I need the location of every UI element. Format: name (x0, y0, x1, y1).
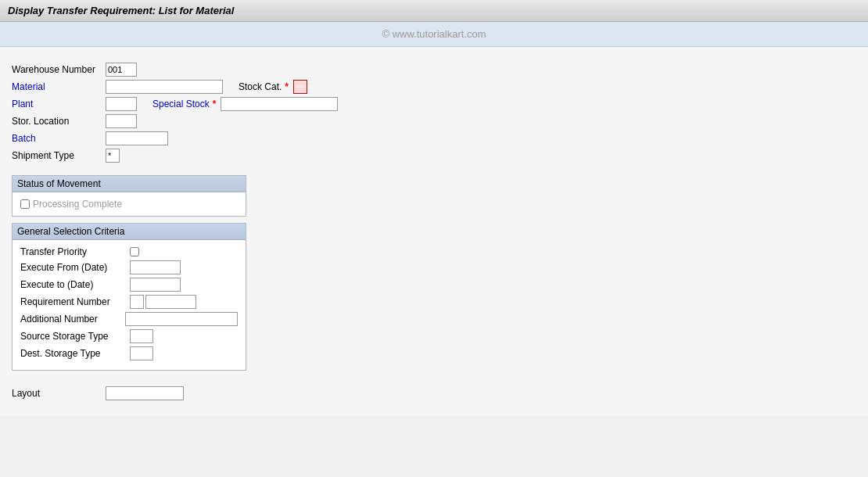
additional-number-row: Additional Number (20, 312, 238, 326)
special-stock-required: * (213, 99, 217, 109)
watermark-text: © www.tutorialkart.com (382, 28, 486, 40)
processing-complete-row: Processing Complete (20, 199, 238, 210)
general-selection-header: General Selection Criteria (13, 224, 246, 240)
dest-storage-type-row: Dest. Storage Type (20, 346, 238, 360)
requirement-number-label: Requirement Number (20, 296, 130, 307)
material-input[interactable] (106, 80, 223, 94)
additional-number-label: Additional Number (20, 314, 125, 325)
shipment-type-row: Shipment Type (12, 149, 856, 163)
watermark-bar: © www.tutorialkart.com (0, 22, 868, 47)
execute-from-input[interactable] (130, 260, 181, 274)
execute-to-row: Execute to (Date) (20, 278, 238, 292)
special-stock-label[interactable]: Special Stock (152, 99, 210, 109)
warehouse-number-label: Warehouse Number (12, 64, 106, 75)
status-of-movement-body: Processing Complete (13, 192, 246, 216)
layout-label: Layout (12, 388, 106, 399)
material-label[interactable]: Material (12, 81, 106, 92)
material-row: Material Stock Cat. * (12, 80, 856, 94)
stor-location-input[interactable] (106, 114, 137, 128)
batch-row: Batch (12, 131, 856, 145)
source-storage-type-label: Source Storage Type (20, 331, 130, 342)
batch-label[interactable]: Batch (12, 133, 106, 144)
execute-to-input[interactable] (130, 278, 181, 292)
plant-label[interactable]: Plant (12, 99, 106, 109)
plant-row: Plant Special Stock * (12, 97, 856, 111)
general-selection-section: General Selection Criteria Transfer Prio… (12, 223, 246, 371)
source-storage-type-input[interactable] (130, 329, 153, 343)
stock-cat-input[interactable] (293, 80, 307, 94)
stock-cat-required: * (285, 81, 289, 92)
processing-complete-checkbox[interactable] (20, 199, 30, 209)
warehouse-number-input[interactable] (106, 63, 137, 77)
dest-storage-type-label: Dest. Storage Type (20, 348, 130, 359)
execute-from-label: Execute From (Date) (20, 262, 130, 273)
source-storage-type-row: Source Storage Type (20, 329, 238, 343)
shipment-type-label: Shipment Type (12, 150, 106, 161)
title-bar: Display Transfer Requirement: List for M… (0, 0, 868, 22)
status-of-movement-section: Status of Movement Processing Complete (12, 175, 246, 217)
layout-input[interactable] (106, 386, 184, 400)
special-stock-input[interactable] (221, 97, 338, 111)
transfer-priority-label: Transfer Priority (20, 246, 130, 257)
processing-complete-label: Processing Complete (33, 199, 122, 210)
transfer-priority-checkbox[interactable] (130, 247, 139, 256)
requirement-number-input2[interactable] (145, 295, 196, 309)
layout-row: Layout (12, 386, 856, 400)
shipment-type-input[interactable] (106, 149, 120, 163)
transfer-priority-row: Transfer Priority (20, 246, 238, 257)
stor-location-label: Stor. Location (12, 116, 106, 127)
general-selection-body: Transfer Priority Execute From (Date) Ex… (13, 240, 246, 370)
plant-input[interactable] (106, 97, 137, 111)
additional-number-input[interactable] (125, 312, 238, 326)
execute-to-label: Execute to (Date) (20, 279, 130, 290)
requirement-number-inputs (130, 295, 196, 309)
requirement-number-row: Requirement Number (20, 295, 238, 309)
dest-storage-type-input[interactable] (130, 346, 153, 360)
page-title: Display Transfer Requirement: List for M… (8, 5, 234, 16)
warehouse-number-row: Warehouse Number (12, 63, 856, 77)
stock-cat-label: Stock Cat. (239, 81, 282, 92)
execute-from-row: Execute From (Date) (20, 260, 238, 274)
stor-location-row: Stor. Location (12, 114, 856, 128)
status-of-movement-header: Status of Movement (13, 176, 246, 192)
batch-input[interactable] (106, 131, 168, 145)
requirement-number-input1[interactable] (130, 295, 144, 309)
